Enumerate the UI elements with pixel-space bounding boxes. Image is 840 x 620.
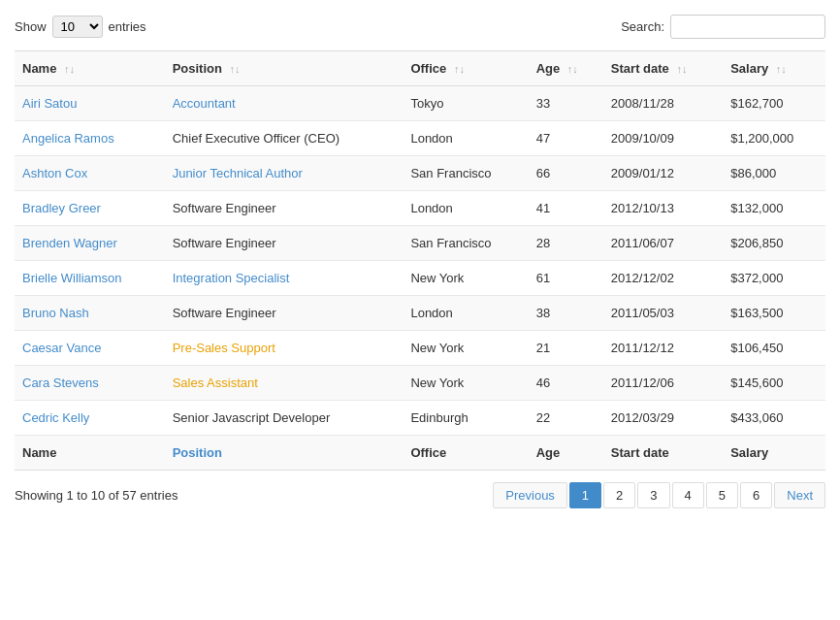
name-link[interactable]: Brielle Williamson (22, 271, 122, 285)
cell-position: Software Engineer (165, 296, 404, 331)
name-link[interactable]: Ashton Cox (22, 166, 87, 180)
cell-start-date: 2008/11/28 (603, 86, 723, 121)
bottom-controls: Showing 1 to 10 of 57 entries Previous 1… (15, 482, 825, 508)
table-body: Airi SatouAccountantTokyo332008/11/28$16… (15, 86, 825, 436)
cell-office: Tokyo (403, 86, 528, 121)
cell-name: Bradley Greer (15, 191, 165, 226)
entries-label: entries (109, 19, 146, 34)
entries-select[interactable]: 10 25 50 100 (52, 16, 103, 38)
sort-icon-age: ↑↓ (567, 63, 578, 75)
cell-office: New York (403, 366, 528, 401)
col-name[interactable]: Name ↑↓ (15, 51, 165, 86)
table-footer: Name Position Office Age Start date Sala… (15, 436, 825, 471)
cell-start-date: 2011/12/06 (603, 366, 723, 401)
cell-age: 41 (529, 191, 603, 226)
showing-text: Showing 1 to 10 of 57 entries (15, 488, 178, 503)
cell-start-date: 2011/12/12 (603, 331, 723, 366)
footer-office: Office (403, 436, 528, 471)
col-office[interactable]: Office ↑↓ (403, 51, 528, 86)
page-button-4[interactable]: 4 (672, 482, 704, 508)
cell-name: Brielle Williamson (15, 261, 165, 296)
next-button[interactable]: Next (774, 482, 825, 508)
name-link[interactable]: Brenden Wagner (22, 236, 117, 250)
table-row: Brielle WilliamsonIntegration Specialist… (15, 261, 825, 296)
name-link[interactable]: Bradley Greer (22, 201, 101, 215)
table-row: Airi SatouAccountantTokyo332008/11/28$16… (15, 86, 825, 121)
position-link[interactable]: Sales Assistant (173, 375, 258, 390)
cell-start-date: 2009/01/12 (603, 156, 723, 191)
cell-office: London (403, 121, 528, 156)
previous-button[interactable]: Previous (493, 482, 567, 508)
page-button-2[interactable]: 2 (603, 482, 635, 508)
col-position[interactable]: Position ↑↓ (165, 51, 404, 86)
position-link[interactable]: Integration Specialist (173, 271, 290, 285)
page-button-1[interactable]: 1 (569, 482, 601, 508)
cell-position: Sales Assistant (165, 366, 404, 401)
cell-name: Ashton Cox (15, 156, 165, 191)
cell-salary: $145,600 (723, 366, 825, 401)
position-link[interactable]: Junior Technical Author (173, 166, 303, 180)
cell-age: 22 (529, 401, 603, 436)
table-row: Cara StevensSales AssistantNew York46201… (15, 366, 825, 401)
cell-salary: $86,000 (723, 156, 825, 191)
cell-position: Pre-Sales Support (165, 331, 404, 366)
pagination: Previous 1 2 3 4 5 6 Next (493, 482, 825, 508)
search-label: Search: (621, 19, 664, 34)
cell-age: 38 (529, 296, 603, 331)
cell-position: Accountant (165, 86, 404, 121)
cell-office: London (403, 296, 528, 331)
cell-age: 61 (529, 261, 603, 296)
table-row: Bradley GreerSoftware EngineerLondon4120… (15, 191, 825, 226)
page-button-3[interactable]: 3 (637, 482, 669, 508)
sort-icon-start-date: ↑↓ (676, 63, 687, 75)
page-button-5[interactable]: 5 (706, 482, 738, 508)
sort-icon-name: ↑↓ (64, 63, 75, 75)
name-link[interactable]: Angelica Ramos (22, 131, 114, 146)
cell-start-date: 2011/05/03 (603, 296, 723, 331)
position-link[interactable]: Pre-Sales Support (173, 341, 275, 355)
cell-salary: $106,450 (723, 331, 825, 366)
footer-row: Name Position Office Age Start date Sala… (15, 436, 825, 471)
cell-age: 21 (529, 331, 603, 366)
top-controls: Show 10 25 50 100 entries Search: (15, 15, 825, 39)
cell-age: 28 (529, 226, 603, 261)
cell-office: Edinburgh (403, 401, 528, 436)
cell-name: Brenden Wagner (15, 226, 165, 261)
sort-icon-salary: ↑↓ (776, 63, 787, 75)
col-age[interactable]: Age ↑↓ (529, 51, 603, 86)
page-button-6[interactable]: 6 (740, 482, 772, 508)
sort-icon-office: ↑↓ (454, 63, 465, 75)
name-link[interactable]: Airi Satou (22, 96, 77, 111)
cell-name: Caesar Vance (15, 331, 165, 366)
col-start-date[interactable]: Start date ↑↓ (603, 51, 723, 86)
position-link[interactable]: Accountant (173, 96, 236, 111)
name-link[interactable]: Bruno Nash (22, 306, 89, 320)
cell-salary: $162,700 (723, 86, 825, 121)
cell-office: New York (403, 261, 528, 296)
cell-office: San Francisco (403, 156, 528, 191)
cell-salary: $433,060 (723, 401, 825, 436)
name-link[interactable]: Cedric Kelly (22, 410, 89, 425)
cell-name: Cara Stevens (15, 366, 165, 401)
name-link[interactable]: Caesar Vance (22, 341, 101, 355)
footer-start-date: Start date (603, 436, 723, 471)
cell-position: Software Engineer (165, 226, 404, 261)
cell-salary: $163,500 (723, 296, 825, 331)
table-header: Name ↑↓ Position ↑↓ Office ↑↓ Age ↑↓ Sta… (15, 51, 825, 86)
cell-position: Software Engineer (165, 191, 404, 226)
col-salary[interactable]: Salary ↑↓ (723, 51, 825, 86)
cell-position: Integration Specialist (165, 261, 404, 296)
cell-salary: $1,200,000 (723, 121, 825, 156)
table-row: Brenden WagnerSoftware EngineerSan Franc… (15, 226, 825, 261)
cell-age: 33 (529, 86, 603, 121)
table-row: Ashton CoxJunior Technical AuthorSan Fra… (15, 156, 825, 191)
name-link[interactable]: Cara Stevens (22, 375, 99, 390)
search-input[interactable] (670, 15, 825, 39)
cell-position: Junior Technical Author (165, 156, 404, 191)
sort-icon-position: ↑↓ (230, 63, 241, 75)
cell-start-date: 2012/10/13 (603, 191, 723, 226)
cell-start-date: 2012/12/02 (603, 261, 723, 296)
footer-name: Name (15, 436, 165, 471)
search-box: Search: (621, 15, 825, 39)
show-label: Show (15, 19, 47, 34)
